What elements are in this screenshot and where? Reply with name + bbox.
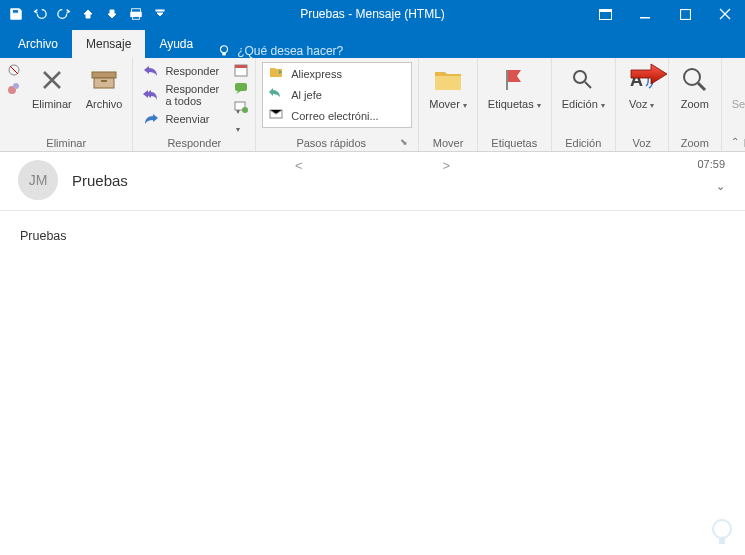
menu-bar: Archivo Mensaje Ayuda ¿Qué desea hacer? (0, 28, 745, 58)
group-responder: Responder Responder a todos Reenviar ▾ ▾… (133, 58, 256, 151)
collapse-ribbon-icon[interactable]: ⌃ (731, 136, 739, 147)
quick-step-2[interactable]: Al jefe (263, 84, 411, 105)
archive-button[interactable]: Archivo (82, 62, 127, 112)
tab-ayuda[interactable]: Ayuda (145, 30, 207, 58)
quick-steps-gallery[interactable]: Aliexpress Al jefe Correo electróni... (262, 62, 412, 128)
forward-icon (143, 111, 159, 127)
quick-access-toolbar (0, 4, 170, 24)
to-manager-icon (269, 87, 285, 103)
zoom-icon (679, 64, 711, 96)
minimize-button[interactable] (625, 0, 665, 28)
maximize-button[interactable] (665, 0, 705, 28)
group-zoom: Zoom Zoom (669, 58, 722, 151)
find-icon (567, 64, 599, 96)
tab-archivo[interactable]: Archivo (4, 30, 72, 58)
watermark-icon (705, 515, 739, 549)
dialog-launcher-pasos[interactable]: ⬊ (400, 137, 412, 147)
svg-rect-15 (101, 80, 107, 82)
prev-message-button[interactable]: < (295, 158, 303, 173)
ribbon: Eliminar Archivo Eliminar Responder Resp… (0, 58, 745, 152)
svg-rect-0 (132, 9, 141, 13)
print-icon[interactable] (126, 4, 146, 24)
read-aloud-icon: A (626, 64, 658, 96)
redo-icon[interactable] (54, 4, 74, 24)
chevron-down-icon: ▾ (650, 101, 654, 110)
ribbon-display-icon[interactable] (585, 0, 625, 28)
expand-header-icon[interactable]: ⌄ (716, 180, 725, 193)
qat-customize-icon[interactable] (150, 4, 170, 24)
window-title: Pruebas - Mensaje (HTML) (300, 7, 445, 21)
delete-icon (36, 64, 68, 96)
undo-icon[interactable] (30, 4, 50, 24)
svg-rect-13 (92, 72, 116, 78)
prev-item-icon[interactable] (78, 4, 98, 24)
group-label-responder: Responder (139, 137, 249, 149)
group-label-edicion: Edición (558, 137, 609, 149)
reply-all-icon (143, 87, 159, 103)
lightbulb-icon (217, 44, 231, 58)
quick-step-3[interactable]: Correo electróni... (263, 106, 411, 127)
message-header: < > 07:59 ⌄ JM Pruebas (0, 152, 745, 204)
meeting-icon[interactable] (233, 62, 249, 78)
forward-button[interactable]: Reenviar (139, 110, 223, 128)
zoom-button[interactable]: Zoom (675, 62, 715, 112)
svg-rect-6 (640, 17, 650, 19)
svg-point-28 (713, 520, 731, 538)
chevron-down-icon: ▾ (537, 101, 541, 110)
group-label-voz: Voz (622, 137, 662, 149)
tags-button[interactable]: Etiquetas▾ (484, 62, 545, 112)
svg-point-12 (13, 83, 19, 89)
quick-step-1[interactable]: Aliexpress (263, 63, 411, 84)
delete-button[interactable]: Eliminar (28, 62, 76, 112)
close-button[interactable] (705, 0, 745, 28)
svg-rect-29 (719, 538, 725, 544)
group-mover: Mover▾ Mover (419, 58, 478, 151)
svg-rect-22 (506, 70, 508, 90)
move-folder-icon (269, 66, 285, 82)
group-label-zoom: Zoom (675, 137, 715, 149)
im-icon[interactable]: ▾ (233, 80, 249, 96)
team-email-icon (269, 108, 285, 124)
archive-icon (88, 64, 120, 96)
tab-mensaje[interactable]: Mensaje (72, 30, 145, 58)
svg-rect-17 (235, 65, 247, 68)
junk-icon[interactable] (6, 80, 22, 96)
svg-text:A: A (630, 70, 643, 90)
save-icon[interactable] (6, 4, 26, 24)
more-respond-icon[interactable]: ▾ (233, 98, 249, 114)
svg-rect-3 (156, 10, 164, 11)
svg-rect-5 (599, 9, 612, 12)
group-pasos-rapidos: Aliexpress Al jefe Correo electróni... P… (256, 58, 419, 151)
title-bar: Pruebas - Mensaje (HTML) (0, 0, 745, 28)
next-item-icon[interactable] (102, 4, 122, 24)
folder-icon (432, 64, 464, 96)
group-label-pasos: Pasos rápidos (262, 137, 400, 149)
ignore-icon[interactable] (6, 62, 22, 78)
group-label-etiquetas: Etiquetas (484, 137, 545, 149)
group-label-mover: Mover (425, 137, 471, 149)
next-message-button[interactable]: > (443, 158, 451, 173)
message-subject: Pruebas (72, 172, 128, 189)
svg-point-20 (242, 107, 248, 113)
editing-button[interactable]: Edición▾ (558, 62, 609, 112)
move-button[interactable]: Mover▾ (425, 62, 471, 112)
svg-rect-9 (222, 53, 226, 56)
group-label-eliminar: Eliminar (6, 137, 126, 149)
read-aloud-button[interactable]: A Voz▾ (622, 62, 662, 112)
reply-button[interactable]: Responder (139, 62, 223, 80)
tracking-button: Seguimiento (728, 62, 745, 112)
group-edicion: Edición▾ Edición (552, 58, 616, 151)
svg-point-25 (684, 69, 700, 85)
group-etiquetas: Etiquetas▾ Etiquetas (478, 58, 552, 151)
tell-me-search[interactable]: ¿Qué desea hacer? (207, 44, 353, 58)
flag-icon (498, 64, 530, 96)
message-body: Pruebas (0, 210, 745, 261)
reply-icon (143, 63, 159, 79)
group-voz: A Voz▾ Voz (616, 58, 669, 151)
tell-me-label: ¿Qué desea hacer? (237, 44, 343, 58)
svg-rect-18 (235, 83, 247, 91)
chevron-down-icon: ▾ (601, 101, 605, 110)
reply-all-button[interactable]: Responder a todos (139, 82, 223, 108)
chevron-down-icon: ▾ (463, 101, 467, 110)
svg-rect-14 (94, 78, 114, 88)
